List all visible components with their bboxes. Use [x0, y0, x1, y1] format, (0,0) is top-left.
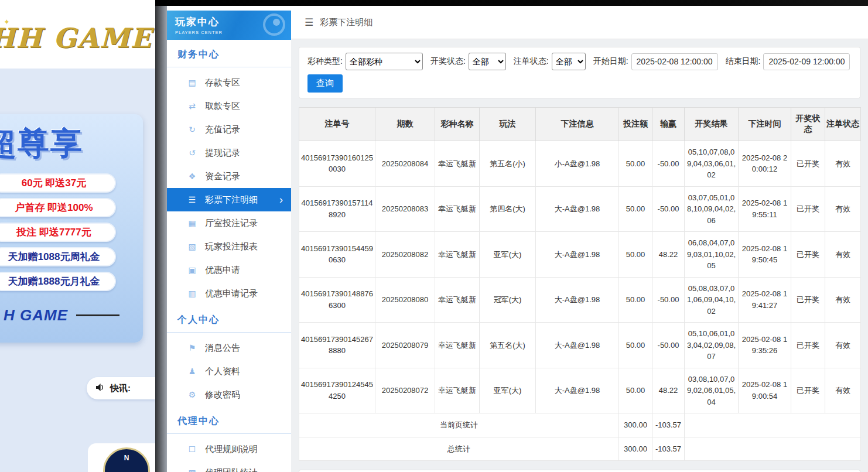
- table-cell: 冠军(大): [480, 277, 536, 323]
- query-button[interactable]: 查询: [307, 74, 343, 93]
- table-cell: 有效: [825, 368, 861, 413]
- table-cell: 大-A盘@1.98: [536, 232, 619, 278]
- recharge-record-icon: ↻: [187, 125, 197, 134]
- bottom-logo-letter: N: [124, 454, 129, 472]
- column-header: 注单状态: [825, 108, 861, 141]
- sidebar-item-withdraw-records[interactable]: ↺提现记录: [167, 141, 291, 165]
- sidebar-item-withdraw[interactable]: ⇄取款专区: [167, 94, 291, 118]
- modal-shadow: [155, 0, 167, 472]
- promo-footer: H GAME: [4, 306, 143, 324]
- filter-panel: 彩种类型: 全部彩种 开奖状态: 全部 注单状态: 全部 开始日期: 结束日期:: [299, 47, 860, 98]
- sidebar-item-lottery-bet-details[interactable]: ☰彩票下注明细›: [167, 188, 291, 211]
- column-header: 下注信息: [536, 108, 619, 141]
- sidebar-item-promo-apply-records[interactable]: ▥优惠申请记录: [167, 282, 291, 305]
- bottom-logo-badge: N: [103, 447, 150, 472]
- sidebar-item-label: 取款专区: [205, 101, 240, 112]
- table-cell: 401569173901245454250: [299, 368, 375, 413]
- sidebar-item-deposit[interactable]: ▤存款专区: [167, 71, 291, 94]
- summary-cell: 300.00: [619, 413, 652, 437]
- table-cell: 401569173901488766300: [299, 277, 375, 323]
- sidebar-item-player-bet-report[interactable]: ▧玩家投注报表: [167, 235, 291, 258]
- table-cell: 幸运飞艇新: [435, 277, 480, 323]
- column-header: 注单号: [299, 108, 375, 141]
- main-content: ☰ 彩票下注明细 彩种类型: 全部彩种 开奖状态: 全部 注单状态: 全部: [291, 6, 868, 472]
- order-status-select[interactable]: 全部: [552, 53, 586, 70]
- table-cell: 50.00: [619, 277, 652, 323]
- top-black-bar: [155, 0, 868, 6]
- table-cell: 已开奖: [791, 186, 825, 232]
- summary-cell: 300.00: [619, 437, 652, 461]
- promo-pill: 天加赠1088元周礼金: [0, 247, 116, 266]
- table-cell: 幸运飞艇新: [435, 323, 480, 368]
- document-icon: ☐: [187, 444, 197, 454]
- table-row: 40156917390145267888020250208079幸运飞艇新第五名…: [299, 323, 861, 368]
- table-cell: 大-A盘@1.98: [536, 368, 619, 413]
- sidebar-item-label: 资金记录: [205, 171, 240, 182]
- end-date-input[interactable]: [763, 53, 850, 70]
- table-cell: 05,08,03,07,01,06,09,04,10,02: [685, 277, 739, 323]
- table-cell: 20250208082: [375, 232, 435, 278]
- menu-icon[interactable]: ☰: [305, 16, 313, 29]
- gear-icon: ⚙: [187, 390, 197, 399]
- lottery-type-select[interactable]: 全部彩种: [346, 53, 423, 70]
- table-cell: 48.22: [652, 232, 685, 278]
- sidebar-item-recharge-records[interactable]: ↻充值记录: [167, 118, 291, 141]
- sidebar-item-agent-rules[interactable]: ☐代理规则说明: [167, 437, 291, 461]
- table-cell: 已开奖: [791, 232, 825, 278]
- table-cell: -50.00: [652, 323, 685, 368]
- column-header: 开奖状态: [791, 108, 825, 141]
- sidebar-item-label: 代理规则说明: [205, 444, 258, 455]
- start-date-label: 开始日期:: [593, 56, 628, 67]
- table-cell: 20250208084: [375, 141, 435, 187]
- column-header: 期数: [375, 108, 435, 141]
- table-cell: 50.00: [619, 323, 652, 368]
- table-row: 40156917390148876630020250208080幸运飞艇新冠军(…: [299, 277, 861, 323]
- summary-cell: [685, 437, 861, 461]
- sidebar-item-room-bet-records[interactable]: ▦厅室投注记录: [167, 211, 291, 235]
- table-cell: 第五名(大): [480, 323, 536, 368]
- sidebar-item-profile[interactable]: ♟个人资料: [167, 360, 291, 383]
- table-cell: 2025-02-08 20:00:12: [739, 141, 791, 187]
- table-cell: -50.00: [652, 277, 685, 323]
- speaker-icon: [96, 383, 105, 394]
- sidebar-item-label: 厅室投注记录: [205, 218, 258, 229]
- table-cell: 20250208080: [375, 277, 435, 323]
- table-cell: 50.00: [619, 368, 652, 413]
- start-date-input[interactable]: [631, 53, 718, 70]
- sidebar-item-label: 提现记录: [205, 148, 240, 159]
- table-cell: 2025-02-08 19:41:27: [739, 277, 791, 323]
- sidebar-item-announcements[interactable]: ⚑消息公告: [167, 336, 291, 360]
- table-cell: 2025-02-08 19:00:54: [739, 368, 791, 413]
- chevron-right-icon: ›: [279, 194, 283, 205]
- table-cell: 03,08,10,07,09,02,06,01,05,04: [685, 368, 739, 413]
- table-cell: 2025-02-08 19:55:11: [739, 186, 791, 232]
- divider-line: [76, 314, 119, 316]
- promo-pill-list: 60元 即送37元户首存 即送100%投注 即送7777元天加赠1088元周礼金…: [0, 173, 118, 291]
- table-cell: 有效: [825, 277, 861, 323]
- table-row: 40156917390124545425020250208072幸运飞艇新亚军(…: [299, 368, 861, 413]
- funds-record-icon: ❖: [187, 172, 197, 181]
- summary-cell: 当前页统计: [299, 413, 619, 437]
- table-cell: 20250208072: [375, 368, 435, 413]
- table-cell: 2025-02-08 19:35:26: [739, 323, 791, 368]
- table-cell: 06,08,04,07,09,03,01,10,02,05: [685, 232, 739, 278]
- sidebar-section-title: 财务中心: [167, 40, 291, 67]
- table-cell: 大-A盘@1.98: [536, 277, 619, 323]
- table-cell: 401569173901544590630: [299, 232, 375, 278]
- column-header: 开奖结果: [685, 108, 739, 141]
- table-cell: 401569173901601250030: [299, 141, 375, 187]
- sidebar: 玩家中心 PLAYERS CENTER 财务中心▤存款专区⇄取款专区↻充值记录↺…: [167, 6, 291, 472]
- sidebar-item-agent-team-stats[interactable]: ▩代理团队统计: [167, 461, 291, 472]
- sidebar-item-promo-apply[interactable]: ▣优惠申请: [167, 258, 291, 282]
- draw-status-select[interactable]: 全部: [469, 53, 506, 70]
- sidebar-item-label: 消息公告: [205, 343, 240, 354]
- site-header-band: ✦ HH GAME: [0, 0, 155, 69]
- column-header: 下注时间: [739, 108, 791, 141]
- table-cell: 已开奖: [791, 141, 825, 187]
- summary-row: 当前页统计300.00-103.57: [299, 413, 861, 437]
- summary-cell: [685, 413, 861, 437]
- column-header: 投注额: [619, 108, 652, 141]
- sidebar-item-change-password[interactable]: ⚙修改密码: [167, 383, 291, 406]
- table-cell: 2025-02-08 19:50:45: [739, 232, 791, 278]
- sidebar-item-funds-records[interactable]: ❖资金记录: [167, 165, 291, 188]
